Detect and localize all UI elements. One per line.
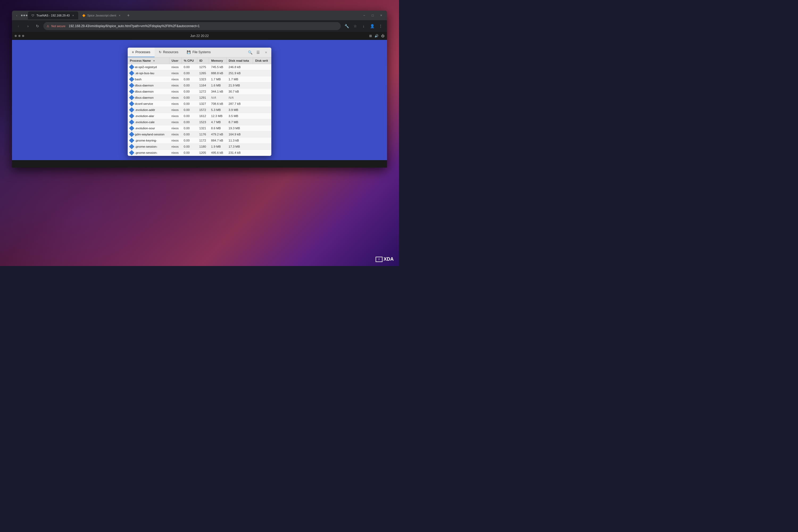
process-table-header: Process Name ▼ User % CPU ID bbox=[128, 57, 271, 64]
process-memory: 888.8 kB bbox=[209, 70, 227, 76]
process-icon bbox=[129, 64, 134, 70]
vm-dot-3 bbox=[22, 35, 24, 37]
table-row[interactable]: .evolution-alar nixos0.00161212.3 MB3.5 … bbox=[128, 113, 271, 119]
col-id[interactable]: ID bbox=[197, 57, 209, 64]
process-disk-read: 17.3 MB bbox=[226, 144, 253, 150]
xda-watermark: i XDA bbox=[376, 256, 394, 262]
table-row[interactable]: .gnome-keyring- nixos0.001172884.7 kB11.… bbox=[128, 137, 271, 144]
process-name: .evolution-sour bbox=[135, 127, 155, 130]
bookmark-button[interactable]: ☆ bbox=[352, 22, 359, 30]
process-user: nixos bbox=[169, 107, 182, 113]
address-bar[interactable]: ⚠ Not secure 192.168.29.43/vm/display/8/… bbox=[43, 22, 341, 30]
table-row[interactable]: dbus-daemon nixos0.001272344.1 kB30.7 kB bbox=[128, 89, 271, 95]
process-disk-write bbox=[253, 113, 271, 119]
process-name: gdm-wayland-session bbox=[135, 133, 165, 136]
sort-arrow-name: ▼ bbox=[153, 60, 155, 62]
col-disk-read[interactable]: Disk read tota bbox=[226, 57, 253, 64]
tab-close-truenas[interactable]: × bbox=[71, 14, 75, 17]
address-text: 192.168.29.43/vm/display/8/spice_auto.ht… bbox=[69, 24, 338, 28]
table-row[interactable]: .evolution-cale nixos0.0015234.7 MB8.7 M… bbox=[128, 119, 271, 125]
tab-truenas[interactable]: 🛡 TrueNAS - 192.168.29.43 × bbox=[28, 12, 78, 19]
col-user[interactable]: User bbox=[169, 57, 182, 64]
extensions-button[interactable]: 🔧 bbox=[343, 22, 350, 30]
tab-resources[interactable]: ↻ Resources bbox=[155, 48, 183, 57]
resources-icon: ↻ bbox=[159, 50, 162, 54]
process-cpu: 0.00 bbox=[182, 70, 197, 76]
reload-button[interactable]: ↻ bbox=[34, 22, 41, 30]
process-id: 1272 bbox=[197, 89, 209, 95]
table-row[interactable]: gdm-wayland-session nixos0.001176479.2 k… bbox=[128, 131, 271, 137]
tab-close-spice[interactable]: × bbox=[118, 14, 121, 17]
process-user: nixos bbox=[169, 137, 182, 144]
close-button[interactable]: × bbox=[377, 12, 385, 19]
address-bar-row: ‹ › ↻ ⚠ Not secure 192.168.29.43/vm/disp… bbox=[12, 20, 387, 32]
search-button[interactable]: 🔍 bbox=[246, 49, 254, 56]
close-monitor-button[interactable]: × bbox=[262, 49, 270, 56]
menu-button[interactable]: ☰ bbox=[254, 49, 262, 56]
col-memory[interactable]: Memory bbox=[209, 57, 227, 64]
new-tab-button[interactable]: + bbox=[125, 12, 132, 19]
process-memory: 745.5 kB bbox=[209, 64, 227, 70]
table-row[interactable]: dbus-daemon nixos0.001291N/AN/A bbox=[128, 95, 271, 101]
minimize-button[interactable]: − bbox=[360, 12, 368, 19]
table-row[interactable]: bash nixos0.0013231.7 MB1.7 MB bbox=[128, 76, 271, 82]
monitor-header: ≡ Processes ↻ Resources 💾 File Systems 🔍… bbox=[128, 48, 271, 57]
tab-favicon-spice: 🔶 bbox=[82, 14, 86, 17]
table-row[interactable]: .at-spi-bus-lau nixos0.001265888.8 kB251… bbox=[128, 70, 271, 76]
process-user: nixos bbox=[169, 144, 182, 150]
tab-filesystems[interactable]: 💾 File Systems bbox=[183, 48, 215, 57]
table-row[interactable]: .gnome-session- nixos0.0011801.9 MB17.3 … bbox=[128, 144, 271, 150]
table-row[interactable]: .gnome-session- nixos0.001205495.6 kB231… bbox=[128, 150, 271, 156]
process-id: 1523 bbox=[197, 119, 209, 125]
process-id: 1572 bbox=[197, 107, 209, 113]
process-icon bbox=[129, 89, 134, 94]
process-memory: 708.6 kB bbox=[209, 101, 227, 107]
process-cpu: 0.00 bbox=[182, 76, 197, 82]
profile-button[interactable]: 👤 bbox=[368, 22, 376, 30]
col-cpu[interactable]: % CPU bbox=[182, 57, 197, 64]
table-row[interactable]: dconf-service nixos0.001327708.6 kB287.7… bbox=[128, 101, 271, 107]
process-cpu: 0.00 bbox=[182, 113, 197, 119]
maximize-button[interactable]: □ bbox=[369, 12, 376, 19]
process-name: .evolution-cale bbox=[135, 120, 155, 124]
menu-button[interactable]: ⋮ bbox=[377, 22, 384, 30]
vm-topbar-right: ⊞ 🔊 ⏻ bbox=[369, 34, 384, 38]
table-row[interactable]: .gnome-session- nixos0.0012072.7 MB68.8 … bbox=[128, 156, 271, 156]
back-button[interactable]: ‹ bbox=[15, 22, 22, 30]
download-button[interactable]: ↓ bbox=[360, 22, 367, 30]
col-disk-write[interactable]: Disk writ bbox=[253, 57, 271, 64]
forward-button[interactable]: › bbox=[24, 22, 32, 30]
process-name: .gnome-keyring- bbox=[135, 139, 157, 142]
tab-spice[interactable]: 🔶 Spice Javascript client × bbox=[79, 12, 125, 19]
process-id: 1323 bbox=[197, 76, 209, 82]
table-row[interactable]: .evolution-sour nixos0.0013218.6 MB19.3 … bbox=[128, 125, 271, 131]
process-user: nixos bbox=[169, 95, 182, 101]
vm-network-icon: ⊞ bbox=[369, 34, 372, 38]
tab-processes-label: Processes bbox=[135, 50, 150, 54]
vm-topbar: Jun 22 20:22 ⊞ 🔊 ⏻ bbox=[12, 32, 387, 40]
process-table-container[interactable]: Process Name ▼ User % CPU ID bbox=[128, 57, 271, 156]
process-disk-write bbox=[253, 156, 271, 156]
process-name-cell: .evolution-sour bbox=[128, 125, 169, 131]
process-disk-read: 3.5 MB bbox=[226, 113, 253, 119]
process-name: .gnome-session- bbox=[135, 151, 157, 154]
process-memory: 12.3 MB bbox=[209, 113, 227, 119]
tab-resources-label: Resources bbox=[163, 50, 178, 54]
tab-dot bbox=[26, 15, 27, 16]
process-name: .at-spi-bus-lau bbox=[135, 72, 154, 75]
tab-list-button[interactable]: ‹ bbox=[14, 13, 19, 18]
process-cpu: 0.00 bbox=[182, 119, 197, 125]
table-row[interactable]: at-spi2-registryd nixos0.001275745.5 kB2… bbox=[128, 64, 271, 70]
process-memory: 495.6 kB bbox=[209, 150, 227, 156]
process-disk-read: 8.7 MB bbox=[226, 119, 253, 125]
table-row[interactable]: dbus-daemon nixos0.0011641.6 MB21.9 MB bbox=[128, 82, 271, 89]
process-cpu: 0.00 bbox=[182, 101, 197, 107]
process-disk-write bbox=[253, 119, 271, 125]
tab-processes[interactable]: ≡ Processes bbox=[128, 48, 155, 57]
processes-icon: ≡ bbox=[132, 50, 134, 54]
table-row[interactable]: .evolution-addr nixos0.0015725.3 MB3.9 M… bbox=[128, 107, 271, 113]
process-memory: 2.7 MB bbox=[209, 156, 227, 156]
process-user: nixos bbox=[169, 113, 182, 119]
col-name[interactable]: Process Name ▼ bbox=[128, 57, 169, 64]
process-memory: 1.6 MB bbox=[209, 82, 227, 89]
